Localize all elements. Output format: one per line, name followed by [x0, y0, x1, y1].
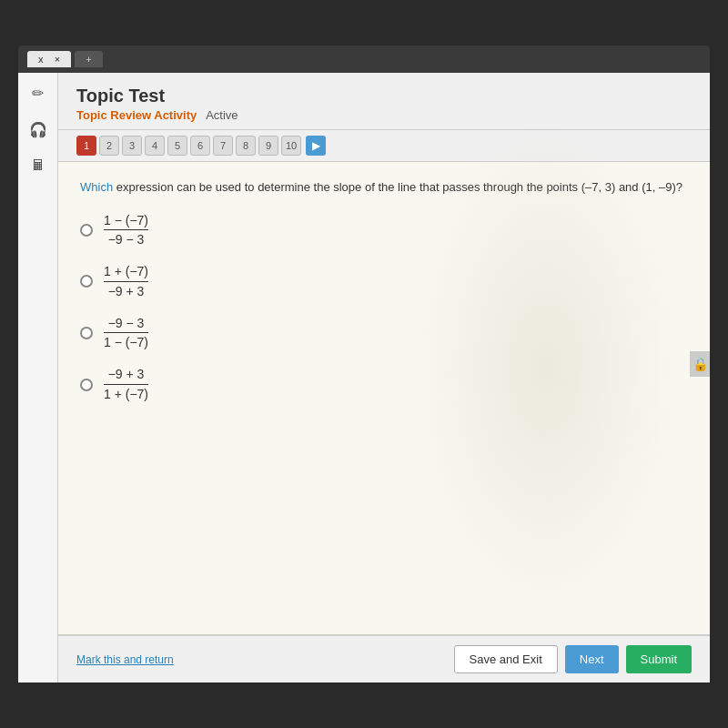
radio-b[interactable]: [80, 275, 93, 288]
fraction-a-numerator: 1 − (−7): [104, 213, 148, 231]
main-panel: Topic Test Topic Review Activity Active …: [58, 73, 710, 682]
fraction-a: 1 − (−7) −9 − 3: [104, 213, 148, 248]
browser-tab[interactable]: x ×: [27, 51, 71, 67]
footer: Mark this and return Save and Exit Next …: [58, 634, 710, 682]
fraction-d-denominator: 1 + (−7): [104, 385, 148, 402]
tab-label: x: [38, 54, 44, 65]
options-list: 1 − (−7) −9 − 3 1 + (−7) −9 + 3: [80, 213, 688, 402]
screen: x × + ✏ 🎧 🖩 Topic Test Topic Review Acti…: [18, 46, 710, 682]
option-d[interactable]: −9 + 3 1 + (−7): [80, 367, 688, 402]
next-button[interactable]: Next: [565, 645, 619, 673]
radio-d[interactable]: [80, 379, 93, 391]
tab-close[interactable]: ×: [55, 54, 60, 65]
radio-a[interactable]: [80, 224, 93, 237]
page-header: Topic Test Topic Review Activity Active: [58, 73, 710, 130]
lock-icon: 🔒: [690, 351, 710, 377]
nav-item-10[interactable]: 10: [281, 136, 301, 156]
headphone-icon[interactable]: 🎧: [25, 116, 51, 142]
option-b[interactable]: 1 + (−7) −9 + 3: [80, 264, 688, 299]
subtitle-row: Topic Review Activity Active: [76, 108, 692, 122]
topic-review-label: Topic Review Activity: [76, 108, 197, 122]
radio-c[interactable]: [80, 327, 93, 339]
fraction-a-denominator: −9 − 3: [108, 230, 145, 248]
nav-item-2[interactable]: 2: [99, 136, 119, 156]
active-badge: Active: [206, 108, 238, 122]
mark-return-link[interactable]: Mark this and return: [76, 653, 174, 666]
question-which: Which: [80, 180, 113, 194]
nav-item-1[interactable]: 1: [76, 136, 96, 156]
fraction-d-numerator: −9 + 3: [104, 367, 148, 385]
nav-item-5[interactable]: 5: [167, 136, 187, 156]
nav-item-6[interactable]: 6: [190, 136, 210, 156]
fraction-c: −9 − 3 1 − (−7): [104, 316, 148, 351]
nav-item-7[interactable]: 7: [213, 136, 233, 156]
page-title: Topic Test: [76, 86, 692, 106]
fraction-b-numerator: 1 + (−7): [104, 264, 148, 282]
question-nav-bar: 1 2 3 4 5 6 7 8 9 10 ▶: [58, 130, 710, 162]
fraction-d: −9 + 3 1 + (−7): [104, 367, 148, 402]
pencil-icon[interactable]: ✏: [25, 80, 51, 106]
question-area: Which expression can be used to determin…: [58, 162, 710, 634]
fraction-b-denominator: −9 + 3: [108, 282, 145, 299]
new-tab-button[interactable]: +: [75, 51, 102, 67]
option-c[interactable]: −9 − 3 1 − (−7): [80, 316, 688, 351]
fraction-c-numerator: −9 − 3: [104, 316, 148, 334]
nav-item-9[interactable]: 9: [258, 136, 278, 156]
option-a[interactable]: 1 − (−7) −9 − 3: [80, 213, 688, 248]
left-sidebar: ✏ 🎧 🖩: [18, 73, 58, 682]
footer-buttons: Save and Exit Next Submit: [454, 645, 692, 673]
nav-next-arrow[interactable]: ▶: [306, 136, 326, 156]
question-text: Which expression can be used to determin…: [80, 178, 688, 197]
question-body: expression can be used to determine the …: [116, 180, 682, 194]
nav-item-8[interactable]: 8: [236, 136, 256, 156]
save-exit-button[interactable]: Save and Exit: [454, 645, 558, 673]
calculator-icon[interactable]: 🖩: [25, 153, 51, 178]
fraction-c-denominator: 1 − (−7): [104, 333, 148, 350]
submit-button[interactable]: Submit: [626, 645, 692, 673]
nav-item-3[interactable]: 3: [122, 136, 142, 156]
nav-item-4[interactable]: 4: [145, 136, 165, 156]
content-area: ✏ 🎧 🖩 Topic Test Topic Review Activity A…: [18, 73, 710, 682]
fraction-b: 1 + (−7) −9 + 3: [104, 264, 148, 299]
tab-bar: x × +: [18, 46, 710, 73]
